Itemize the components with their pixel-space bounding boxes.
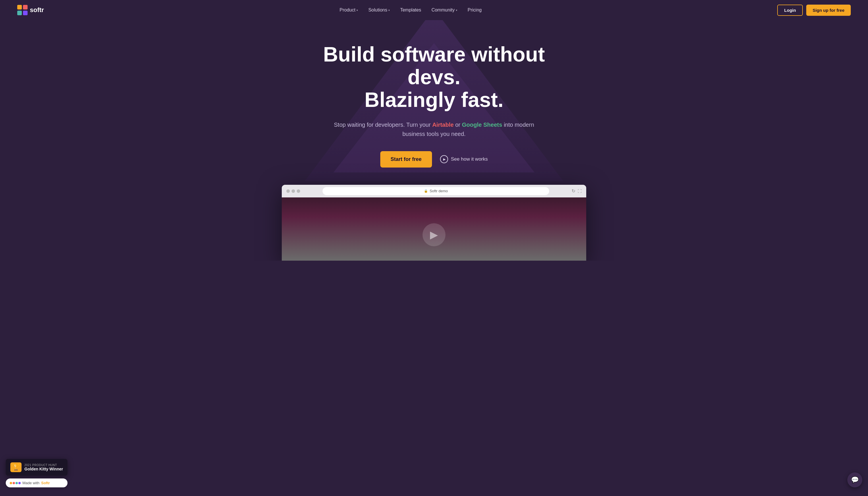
- demo-preview: ▶: [422, 223, 446, 246]
- play-icon: ▶: [440, 155, 448, 163]
- logo-icon: [17, 5, 28, 15]
- golden-kitty-title: Golden Kitty Winner: [25, 467, 63, 471]
- chevron-down-icon: ▾: [388, 9, 390, 12]
- chevron-down-icon: ▾: [356, 9, 358, 12]
- hero-title: Build software without devs. Blazingly f…: [305, 43, 563, 111]
- logo-dot-purple: [18, 482, 21, 484]
- svg-rect-3: [23, 11, 28, 15]
- refresh-icon[interactable]: ↻: [572, 188, 575, 194]
- video-button-label: See how it works: [451, 156, 488, 162]
- see-how-it-works-button[interactable]: ▶ See how it works: [440, 155, 488, 163]
- golden-kitty-year: 2021 PRODUCT HUNT: [25, 464, 63, 467]
- lock-icon: 🔒: [424, 189, 428, 193]
- expand-icon[interactable]: ⛶: [578, 189, 582, 193]
- nav-templates-label: Templates: [400, 7, 421, 13]
- login-button[interactable]: Login: [777, 4, 803, 16]
- browser-bar: 🔒 Softr demo ↻ ⛶: [282, 185, 586, 198]
- nav-item-community[interactable]: Community ▾: [431, 7, 457, 13]
- browser-dots: [286, 189, 300, 193]
- trophy-icon: 🏆: [10, 462, 21, 472]
- nav-item-templates[interactable]: Templates: [400, 7, 421, 13]
- made-with-brand: Softr: [41, 481, 50, 485]
- logo-dot-red: [13, 482, 15, 484]
- bottom-left-badges: 🏆 2021 PRODUCT HUNT Golden Kitty Winner …: [6, 459, 67, 487]
- logo-text: softr: [30, 6, 44, 14]
- browser-dot-yellow: [291, 189, 295, 193]
- nav-item-solutions[interactable]: Solutions ▾: [368, 7, 390, 13]
- nav-product-label: Product: [339, 7, 355, 13]
- browser-dot-red: [286, 189, 290, 193]
- svg-rect-0: [17, 5, 22, 10]
- nav-item-pricing[interactable]: Pricing: [468, 7, 482, 13]
- nav-pricing-label: Pricing: [468, 7, 482, 13]
- airtable-highlight: Airtable: [432, 122, 453, 128]
- made-with-logo: [10, 482, 21, 484]
- made-with-text: Made with: [22, 481, 39, 485]
- hero-section: Build software without devs. Blazingly f…: [0, 20, 868, 261]
- logo-dot-teal: [16, 482, 18, 484]
- logo-dot-orange: [10, 482, 12, 484]
- chevron-down-icon: ▾: [456, 9, 457, 12]
- browser-url-bar[interactable]: 🔒 Softr demo: [323, 187, 549, 195]
- hero-subtitle: Stop waiting for developers. Turn your A…: [331, 120, 537, 139]
- nav-item-product[interactable]: Product ▾: [339, 7, 358, 13]
- browser-dot-green: [297, 189, 300, 193]
- hero-actions: Start for free ▶ See how it works: [6, 151, 862, 168]
- golden-kitty-badge: 🏆 2021 PRODUCT HUNT Golden Kitty Winner: [6, 459, 67, 476]
- start-for-free-button[interactable]: Start for free: [380, 151, 432, 168]
- browser-url-text: Softr demo: [430, 189, 448, 193]
- browser-mockup: 🔒 Softr demo ↻ ⛶ ▶: [282, 185, 586, 261]
- nav-solutions-label: Solutions: [368, 7, 387, 13]
- logo-link[interactable]: softr: [17, 5, 44, 15]
- google-sheets-highlight: Google Sheets: [462, 122, 502, 128]
- hero-content: Build software without devs. Blazingly f…: [6, 43, 862, 261]
- made-with-badge: Made with Softr: [6, 479, 67, 487]
- chat-bubble-button[interactable]: 💬: [847, 472, 862, 487]
- nav-links: Product ▾ Solutions ▾ Templates Communit…: [339, 7, 482, 13]
- svg-rect-1: [23, 5, 28, 10]
- signup-button[interactable]: Sign up for free: [806, 4, 851, 16]
- nav-buttons: Login Sign up for free: [777, 4, 851, 16]
- nav-community-label: Community: [431, 7, 455, 13]
- browser-content: ▶: [282, 198, 586, 261]
- svg-rect-2: [17, 11, 22, 15]
- navbar: softr Product ▾ Solutions ▾ Templates Co…: [0, 0, 868, 20]
